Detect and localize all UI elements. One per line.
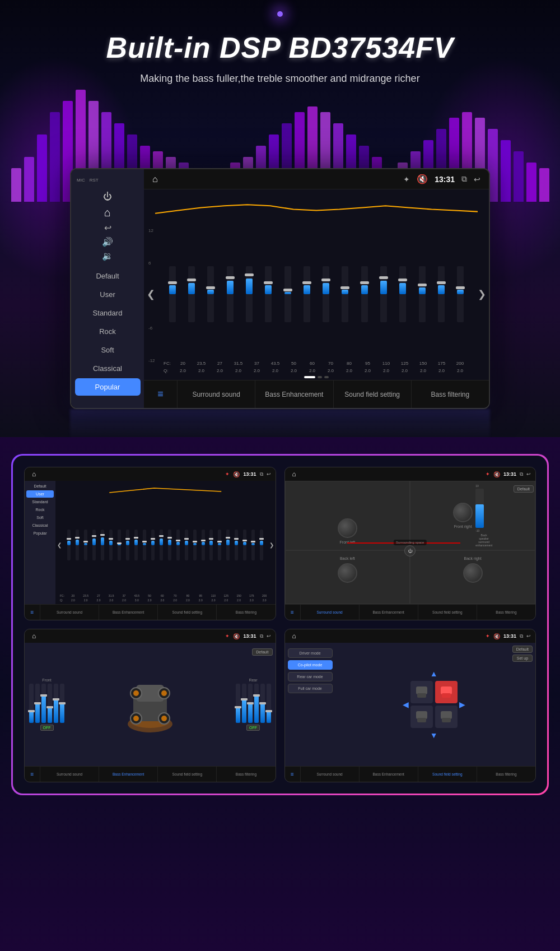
window-icon[interactable]: ⧉ [461, 174, 467, 184]
eq-bar-12[interactable] [394, 261, 412, 328]
mini-tab-field-2[interactable]: Sound field setting [418, 605, 477, 620]
eq-prev-arrow[interactable]: ❮ [147, 288, 155, 300]
sf-power-btn[interactable]: ⏻ [404, 545, 416, 556]
eq-next-arrow[interactable]: ❯ [478, 288, 486, 300]
sidebar-item-popular[interactable]: Popular [75, 378, 141, 396]
eq-handle-11[interactable] [379, 276, 388, 279]
mini-next-1[interactable]: ❯ [269, 542, 274, 548]
eq-bar-9[interactable] [337, 261, 354, 328]
mini-eq-icon-4[interactable]: ≡ [285, 767, 301, 782]
sidebar-item-user[interactable]: User [71, 286, 144, 303]
eq-handle-2[interactable] [206, 286, 215, 289]
mini-tab-bass-2[interactable]: Bass Enhancement [360, 605, 418, 620]
mini-tab-filter-4[interactable]: Bass filtering [477, 767, 535, 782]
front-bar-2[interactable] [41, 684, 46, 723]
front-bar-4[interactable] [54, 684, 58, 723]
sidebar-item-rock[interactable]: Rock [71, 323, 144, 340]
mini-tab-field-3[interactable]: Sound field setting [158, 767, 217, 782]
mini-item-standard-1[interactable]: Standard [26, 498, 54, 505]
eq-bar-1[interactable] [183, 261, 200, 328]
eq-bar-11[interactable] [375, 261, 392, 328]
rear-bar-4[interactable] [260, 684, 265, 723]
bass-front-off[interactable]: OFF [40, 725, 54, 731]
mini-tab-surround-3[interactable]: Surround sound [40, 767, 99, 782]
eq-handle-9[interactable] [340, 286, 349, 289]
mini-tab-surround-2[interactable]: Surround sound [301, 605, 360, 620]
eq-handle-8[interactable] [321, 279, 330, 281]
eq-handle-3[interactable] [226, 276, 235, 279]
sf4-left-arrow[interactable]: ◀ [403, 700, 409, 709]
sf-default-btn[interactable]: Default [514, 483, 534, 493]
sf-knob-fr[interactable] [453, 503, 473, 522]
mini-tab-filter-1[interactable]: Bass filtering [217, 605, 275, 620]
front-bar-3[interactable] [48, 684, 52, 723]
tab-equalizer-icon[interactable]: ≡ [144, 381, 178, 408]
sf4-seat-bl[interactable] [410, 706, 433, 728]
mute-icon[interactable]: 🔇 [417, 174, 428, 184]
eq-handle-14[interactable] [437, 281, 446, 284]
front-bar-0[interactable] [29, 684, 34, 723]
eq-handle-12[interactable] [398, 279, 407, 281]
eq-bar-3[interactable] [221, 261, 239, 328]
eq-bar-4[interactable] [240, 261, 258, 328]
eq-bar-15[interactable] [452, 261, 469, 328]
mini-tab-surround-1[interactable]: Surround sound [40, 605, 99, 620]
mini-tab-surround-4[interactable]: Surround sound [301, 767, 360, 782]
sidebar-item-default[interactable]: Default [71, 267, 144, 285]
topbar-home-icon[interactable]: ⌂ [152, 174, 158, 184]
mini-eq-icon-1[interactable]: ≡ [25, 605, 40, 620]
tab-bass-filtering[interactable]: Bass filtering [412, 381, 489, 408]
mini-eq-icon-2[interactable]: ≡ [285, 605, 301, 620]
sf4-setup-btn[interactable]: Set up [512, 655, 533, 662]
eq-bar-2[interactable] [202, 261, 220, 328]
sf4-default-btn[interactable]: Default [512, 646, 533, 653]
mini-item-classical-1[interactable]: Classical [26, 522, 54, 529]
sf4-full-mode[interactable]: Full car mode [288, 684, 333, 693]
sf4-seat-tr[interactable] [435, 681, 458, 703]
eq-handle-5[interactable] [264, 281, 273, 284]
volume-up-icon[interactable]: 🔊 [102, 236, 113, 247]
eq-bar-6[interactable] [279, 261, 296, 328]
front-bar-5[interactable] [60, 684, 64, 723]
rear-bar-2[interactable] [248, 684, 253, 723]
eq-handle-1[interactable] [187, 279, 196, 281]
rear-bar-0[interactable] [236, 684, 240, 723]
sidebar-item-classical[interactable]: Classical [71, 360, 144, 377]
sf4-down-arrow[interactable]: ▼ [430, 731, 438, 740]
close-icon[interactable]: ↩ [474, 175, 480, 184]
sidebar-item-standard[interactable]: Standard [71, 304, 144, 322]
mini-item-rock-1[interactable]: Rock [26, 506, 54, 513]
eq-handle-10[interactable] [360, 281, 369, 284]
sidebar-item-soft[interactable]: Soft [71, 341, 144, 359]
rear-bar-5[interactable] [267, 684, 271, 723]
sf4-copilot-mode[interactable]: Co-pilot mode [288, 660, 333, 670]
eq-bar-7[interactable] [298, 261, 315, 328]
eq-handle-6[interactable] [283, 289, 292, 291]
eq-bar-0[interactable] [164, 261, 181, 328]
mini-eq-icon-3[interactable]: ≡ [25, 767, 40, 782]
sf4-seat-tl[interactable] [410, 681, 433, 703]
mini-prev-1[interactable]: ❮ [57, 542, 62, 548]
eq-handle-7[interactable] [302, 281, 311, 284]
mini-item-soft-1[interactable]: Soft [26, 514, 54, 521]
eq-handle-13[interactable] [418, 284, 427, 286]
home-icon[interactable]: ⌂ [104, 206, 111, 219]
back-icon[interactable]: ↩ [104, 222, 111, 233]
eq-bar-10[interactable] [356, 261, 373, 328]
eq-handle-0[interactable] [168, 281, 177, 284]
tab-bass-enhancement[interactable]: Bass Enhancement [255, 381, 333, 408]
sf4-driver-mode[interactable]: Driver mode [288, 648, 333, 658]
mini-item-popular-1[interactable]: Popular [26, 530, 54, 537]
mini-tab-bass-4[interactable]: Bass Enhancement [360, 767, 418, 782]
eq-bar-8[interactable] [318, 261, 335, 328]
tab-surround-sound[interactable]: Surround sound [178, 381, 255, 408]
sf-knob-fl[interactable] [338, 518, 357, 538]
eq-bar-14[interactable] [432, 261, 450, 328]
sf-knob-br[interactable] [463, 563, 483, 583]
sf-knob-bl[interactable] [338, 563, 357, 583]
volume-down-icon[interactable]: 🔉 [102, 250, 113, 261]
mini-tab-filter-2[interactable]: Bass filtering [477, 605, 535, 620]
mini-item-default-1[interactable]: Default [26, 483, 54, 490]
rear-bar-1[interactable] [242, 684, 246, 723]
eq-handle-4[interactable] [245, 273, 254, 276]
